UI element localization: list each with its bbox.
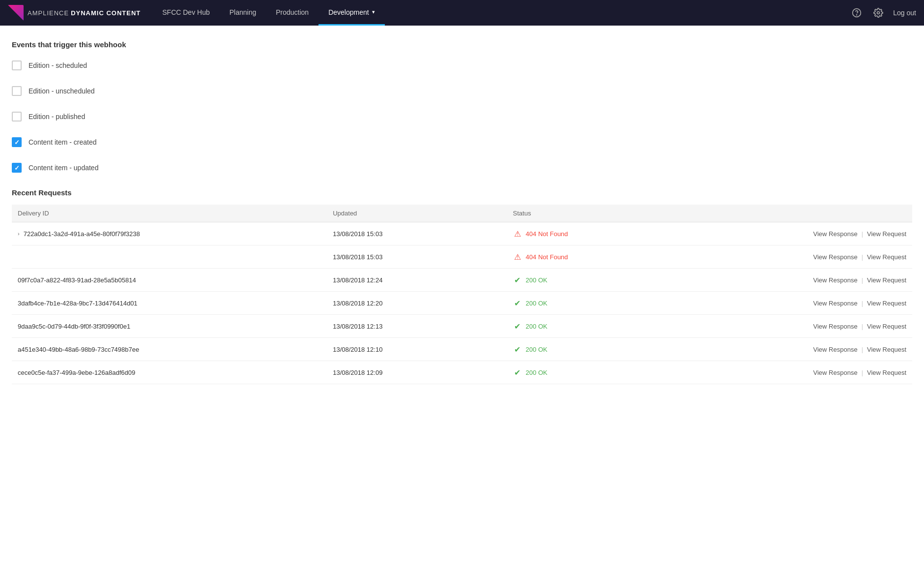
cell-updated: 13/08/2018 15:03 bbox=[327, 245, 507, 269]
top-navigation: AMPLIENCE DYNAMIC CONTENT SFCC Dev Hub P… bbox=[0, 0, 924, 26]
checkbox-edition-published[interactable] bbox=[12, 112, 22, 122]
cell-delivery-id: a451e340-49bb-48a6-98b9-73cc7498b7ee bbox=[12, 338, 327, 361]
cell-actions: View Response|View Request bbox=[687, 245, 912, 269]
cell-status: ✔200 OK bbox=[507, 361, 687, 384]
success-icon: ✔ bbox=[513, 275, 522, 284]
col-header-delivery-id: Delivery ID bbox=[12, 205, 327, 222]
cell-updated: 13/08/2018 12:09 bbox=[327, 361, 507, 384]
status-text: 200 OK bbox=[526, 300, 548, 307]
cell-delivery-id: 09f7c0a7-a822-4f83-91ad-28e5a5b05814 bbox=[12, 269, 327, 292]
cell-actions: View Response|View Request bbox=[687, 292, 912, 315]
status-text: 200 OK bbox=[526, 346, 548, 353]
checkboxes-container: Edition - scheduledEdition - unscheduled… bbox=[12, 61, 912, 173]
gear-icon bbox=[873, 8, 883, 18]
checkbox-label-edition-scheduled: Edition - scheduled bbox=[29, 61, 87, 69]
checkbox-label-edition-published: Edition - published bbox=[29, 113, 85, 121]
delivery-id-text: 722a0dc1-3a2d-491a-a45e-80f0f79f3238 bbox=[24, 230, 140, 238]
brand-amplience: AMPLIENCE bbox=[28, 9, 69, 17]
cell-status: ✔200 OK bbox=[507, 292, 687, 315]
action-divider: | bbox=[862, 369, 863, 376]
checkbox-content-item-created[interactable] bbox=[12, 137, 22, 147]
view-request-link[interactable]: View Request bbox=[867, 300, 906, 307]
nav-development[interactable]: Development ▾ bbox=[318, 0, 385, 26]
action-divider: | bbox=[862, 276, 863, 284]
cell-status: ✔200 OK bbox=[507, 338, 687, 361]
table-row: 9daa9c5c-0d79-44db-9f0f-3f3f0990f0e113/0… bbox=[12, 315, 912, 338]
status-text: 404 Not Found bbox=[526, 230, 568, 238]
view-response-link[interactable]: View Response bbox=[813, 230, 858, 238]
table-row: 3dafb4ce-7b1e-428a-9bc7-13d476414d0113/0… bbox=[12, 292, 912, 315]
action-divider: | bbox=[862, 300, 863, 307]
view-response-link[interactable]: View Response bbox=[813, 369, 858, 376]
col-header-status: Status bbox=[507, 205, 687, 222]
cell-updated: 13/08/2018 12:10 bbox=[327, 338, 507, 361]
checkbox-item-edition-scheduled: Edition - scheduled bbox=[12, 61, 912, 70]
help-icon bbox=[852, 8, 862, 18]
nav-production[interactable]: Production bbox=[266, 0, 318, 26]
view-request-link[interactable]: View Request bbox=[867, 230, 906, 238]
status-text: 200 OK bbox=[526, 276, 548, 284]
view-response-link[interactable]: View Response bbox=[813, 253, 858, 261]
view-request-link[interactable]: View Request bbox=[867, 323, 906, 330]
cell-status: ✔200 OK bbox=[507, 269, 687, 292]
checkbox-label-content-item-created: Content item - created bbox=[29, 138, 97, 146]
cell-actions: View Response|View Request bbox=[687, 315, 912, 338]
success-icon: ✔ bbox=[513, 322, 522, 331]
brand-logo: AMPLIENCE DYNAMIC CONTENT bbox=[8, 5, 141, 21]
view-response-link[interactable]: View Response bbox=[813, 346, 858, 353]
settings-button[interactable] bbox=[871, 6, 885, 20]
col-header-updated: Updated bbox=[327, 205, 507, 222]
checkbox-item-content-item-updated: Content item - updated bbox=[12, 163, 912, 173]
checkbox-item-edition-published: Edition - published bbox=[12, 112, 912, 122]
action-divider: | bbox=[862, 323, 863, 330]
svg-point-2 bbox=[877, 12, 880, 14]
table-header: Delivery ID Updated Status bbox=[12, 205, 912, 222]
checkbox-content-item-updated[interactable] bbox=[12, 163, 22, 173]
brand-dynamic-content: DYNAMIC CONTENT bbox=[71, 9, 141, 17]
cell-updated: 13/08/2018 12:13 bbox=[327, 315, 507, 338]
view-request-link[interactable]: View Request bbox=[867, 253, 906, 261]
view-response-link[interactable]: View Response bbox=[813, 300, 858, 307]
cell-delivery-id: 3dafb4ce-7b1e-428a-9bc7-13d476414d01 bbox=[12, 292, 327, 315]
action-divider: | bbox=[862, 346, 863, 353]
view-response-link[interactable]: View Response bbox=[813, 323, 858, 330]
error-icon: ⚠ bbox=[513, 229, 522, 238]
checkbox-label-edition-unscheduled: Edition - unscheduled bbox=[29, 87, 95, 95]
table-body: ›722a0dc1-3a2d-491a-a45e-80f0f79f323813/… bbox=[12, 222, 912, 384]
view-request-link[interactable]: View Request bbox=[867, 369, 906, 376]
cell-actions: View Response|View Request bbox=[687, 361, 912, 384]
requests-table: Delivery ID Updated Status ›722a0dc1-3a2… bbox=[12, 205, 912, 384]
cell-delivery-id: 9daa9c5c-0d79-44db-9f0f-3f3f0990f0e1 bbox=[12, 315, 327, 338]
cell-actions: View Response|View Request bbox=[687, 222, 912, 245]
action-divider: | bbox=[862, 230, 863, 238]
table-row: 09f7c0a7-a822-4f83-91ad-28e5a5b0581413/0… bbox=[12, 269, 912, 292]
success-icon: ✔ bbox=[513, 345, 522, 354]
logout-button[interactable]: Log out bbox=[893, 9, 916, 17]
nav-sfcc-dev-hub[interactable]: SFCC Dev Hub bbox=[152, 0, 219, 26]
checkbox-edition-unscheduled[interactable] bbox=[12, 86, 22, 96]
help-button[interactable] bbox=[850, 6, 864, 20]
cell-actions: View Response|View Request bbox=[687, 338, 912, 361]
success-icon: ✔ bbox=[513, 368, 522, 377]
cell-updated: 13/08/2018 15:03 bbox=[327, 222, 507, 245]
nav-planning[interactable]: Planning bbox=[220, 0, 266, 26]
status-text: 200 OK bbox=[526, 369, 548, 376]
cell-delivery-id bbox=[12, 245, 327, 269]
cell-status: ⚠404 Not Found bbox=[507, 222, 687, 245]
table-row: cece0c5e-fa37-499a-9ebe-126a8adf6d0913/0… bbox=[12, 361, 912, 384]
nav-right-actions: Log out bbox=[850, 6, 916, 20]
view-response-link[interactable]: View Response bbox=[813, 276, 858, 284]
main-content: Events that trigger this webhook Edition… bbox=[0, 26, 924, 399]
status-text: 404 Not Found bbox=[526, 253, 568, 261]
checkbox-edition-scheduled[interactable] bbox=[12, 61, 22, 70]
cell-updated: 13/08/2018 12:20 bbox=[327, 292, 507, 315]
error-icon: ⚠ bbox=[513, 252, 522, 261]
cell-delivery-id: cece0c5e-fa37-499a-9ebe-126a8adf6d09 bbox=[12, 361, 327, 384]
expand-icon[interactable]: › bbox=[18, 231, 20, 237]
cell-updated: 13/08/2018 12:24 bbox=[327, 269, 507, 292]
view-request-link[interactable]: View Request bbox=[867, 276, 906, 284]
view-request-link[interactable]: View Request bbox=[867, 346, 906, 353]
action-divider: | bbox=[862, 253, 863, 261]
table-row: a451e340-49bb-48a6-98b9-73cc7498b7ee13/0… bbox=[12, 338, 912, 361]
table-row: 13/08/2018 15:03⚠404 Not FoundView Respo… bbox=[12, 245, 912, 269]
